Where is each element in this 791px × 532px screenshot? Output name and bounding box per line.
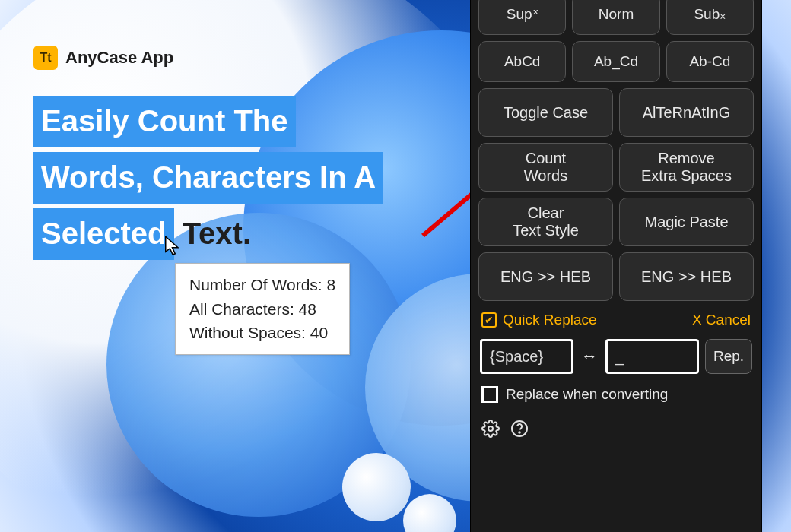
tooltip-nospace: Without Spaces: 40 [189, 321, 335, 345]
btn-magic-paste[interactable]: Magic Paste [619, 198, 754, 246]
headline-line2: Words, Characters In A [33, 152, 383, 204]
btn-remove-extra-spaces[interactable]: Remove Extra Spaces [619, 143, 754, 192]
brand-logo: Tt [33, 46, 58, 70]
settings-icon[interactable] [481, 420, 500, 441]
quick-replace-cancel[interactable]: X Cancel [692, 312, 751, 328]
btn-toggle-case[interactable]: Toggle Case [478, 88, 613, 137]
btn-normal[interactable]: Norm [572, 0, 659, 35]
quick-replace-label: Quick Replace [503, 312, 597, 328]
cursor-icon [164, 236, 184, 261]
replace-when-converting-label: Replace when converting [506, 386, 668, 403]
headline-rest: Text. [183, 217, 251, 250]
headline-line1: Easily Count The [33, 96, 296, 147]
svg-point-2 [488, 426, 493, 431]
panel-footer-icons [478, 420, 754, 441]
replace-to-input[interactable]: _ [605, 339, 699, 374]
tooltip-words: Number Of Words: 8 [189, 273, 335, 297]
btn-subscript[interactable]: Subₓ [666, 0, 754, 35]
quick-replace-toggle[interactable]: ✔ Quick Replace [481, 312, 597, 328]
btn-camelcase[interactable]: AbCd [478, 41, 566, 82]
brand-name: AnyCase App [65, 48, 173, 68]
btn-count-words[interactable]: Count Words [478, 143, 613, 192]
replace-button[interactable]: Rep. [705, 339, 752, 374]
bg-dot [342, 453, 411, 521]
btn-alternating[interactable]: AlTeRnAtInG [619, 88, 754, 137]
tooltip-chars: All Characters: 48 [189, 297, 335, 321]
help-icon[interactable] [510, 420, 529, 441]
replace-when-converting-checkbox[interactable] [481, 386, 498, 403]
brand: Tt AnyCase App [33, 46, 173, 70]
svg-point-4 [519, 432, 520, 433]
word-count-tooltip: Number Of Words: 8 All Characters: 48 Wi… [175, 263, 350, 355]
btn-eng-heb-1[interactable]: ENG >> HEB [478, 252, 613, 301]
checkbox-checked-icon: ✔ [481, 312, 497, 328]
btn-snakecase[interactable]: Ab_Cd [572, 41, 659, 82]
btn-kebabcase[interactable]: Ab-Cd [666, 41, 754, 82]
promo-headline: Easily Count The Words, Characters In A … [33, 96, 383, 260]
replace-from-input[interactable]: {Space} [480, 339, 573, 374]
anycase-panel: Supˣ Norm Subₓ AbCd Ab_Cd Ab-Cd Toggle C… [470, 0, 762, 532]
bg-dot [403, 494, 456, 532]
btn-eng-heb-2[interactable]: ENG >> HEB [619, 252, 754, 301]
btn-superscript[interactable]: Supˣ [478, 0, 566, 35]
headline-word-selected: Selected [33, 208, 174, 260]
btn-clear-text-style[interactable]: Clear Text Style [478, 198, 613, 246]
swap-icon[interactable]: ↔ [580, 347, 599, 366]
